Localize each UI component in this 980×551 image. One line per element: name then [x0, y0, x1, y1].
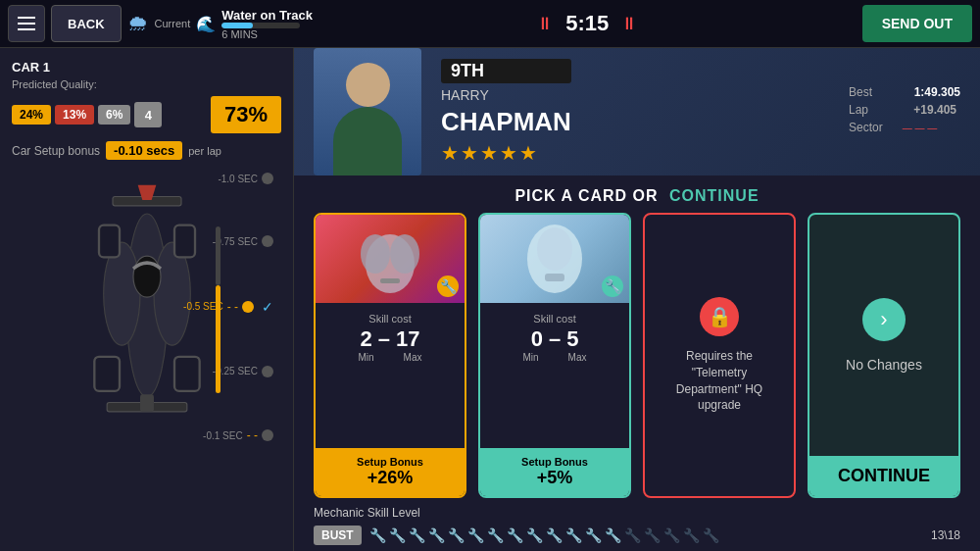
card-2-skill-label: Skill cost: [492, 313, 617, 325]
lap-value: +19.405: [888, 103, 956, 117]
card-1-skill-range: 2 – 17: [327, 326, 453, 352]
stat-num-4: 4: [134, 102, 162, 127]
slider-label-5: -0.1 SEC: [203, 430, 243, 441]
card-2-tool-icon: 🔧: [602, 276, 623, 297]
slider-empty-bar: [216, 226, 220, 285]
driver-stats: Best 1:49.305 Lap +19.405 Sector — — —: [849, 85, 960, 138]
wrench-icon-5: 🔧: [448, 527, 465, 543]
card-1-footer-value: +26%: [323, 468, 457, 488]
card-2-skill-range: 0 – 5: [492, 326, 617, 352]
pick-card-header: PICK A CARD OR CONTINUE: [294, 175, 980, 213]
card-2[interactable]: 🔧 Skill cost 0 – 5 Min Max Setup Bonus: [478, 213, 631, 498]
wrench-icon-3: 🔧: [409, 527, 425, 543]
card-1-skill-label: Skill cost: [327, 313, 453, 325]
checkmark-icon: ✓: [262, 299, 273, 315]
card-2-body: Skill cost 0 – 5 Min Max: [480, 303, 629, 448]
left-panel: CAR 1 Predicted Quality: 24% 13% 6% 4 73…: [0, 48, 294, 551]
slider-row-3[interactable]: -0.5 SEC - - ✓: [183, 299, 273, 315]
track-name: Water on Track: [221, 8, 313, 23]
driver-photo: [314, 48, 421, 175]
card-2-max-label: Max: [568, 352, 587, 363]
card-1-dash: –: [378, 326, 390, 352]
driver-position: 9TH: [441, 59, 571, 83]
svg-rect-10: [140, 394, 154, 411]
card-1[interactable]: 🔧 Skill cost 2 – 17 Min Max Setup Bonus: [314, 213, 466, 498]
slider-dashes-5: - -: [247, 428, 258, 442]
setup-bonus-value: -0.10 secs: [106, 141, 182, 160]
car-title: CAR 1: [12, 60, 281, 75]
wrench-icon-13: 🔧: [605, 527, 621, 543]
card-1-footer: Setup Bonus +26%: [316, 448, 465, 496]
card-1-art: [351, 220, 429, 298]
slider-row-2[interactable]: -0.75 SEC: [183, 235, 273, 247]
slider-dot-4: [262, 366, 273, 377]
wrench-icon-18: 🔧: [703, 527, 719, 543]
predicted-quality-label: Predicted Quality:: [12, 78, 281, 90]
back-button[interactable]: BACK: [51, 5, 122, 42]
no-changes-text: No Changes: [846, 357, 922, 373]
card-1-min: 2: [361, 326, 372, 352]
sector-label: Sector: [849, 121, 883, 134]
wrench-icon-2: 🔧: [389, 527, 406, 543]
timer-display: 5:15: [565, 11, 609, 36]
pick-card-text: PICK A CARD OR: [514, 187, 658, 204]
card-2-min-max: Min Max: [492, 352, 617, 363]
car-image-area: -1.0 SEC -0.75 SEC -0.5 SEC - - ✓ -0.25 …: [12, 168, 281, 442]
wrench-count: 13\18: [931, 528, 960, 542]
driver-header: 9TH HARRY CHAPMAN ★★★★★ Best 1:49.305 La…: [294, 48, 980, 175]
per-lap-label: per lap: [188, 145, 221, 157]
lock-icon: 🔒: [700, 297, 739, 336]
card-2-image: 🔧: [480, 215, 629, 303]
card-4[interactable]: › No Changes CONTINUE: [808, 213, 960, 498]
stat-badge-1: 24%: [12, 105, 51, 125]
wrench-icon-9: 🔧: [526, 527, 543, 543]
timer-section: ⏸ 5:15 ⏸: [318, 11, 857, 36]
driver-stars: ★★★★★: [441, 141, 571, 165]
slider-label-1: -1.0 SEC: [218, 174, 258, 184]
wrench-icon-6: 🔧: [467, 527, 484, 543]
send-out-button[interactable]: SEND OUT: [862, 5, 972, 42]
stat-badge-3: 6%: [98, 105, 130, 125]
slider-dashes: - -: [227, 300, 238, 314]
mechanic-label: Mechanic Skill Level: [314, 506, 960, 520]
card-3-locked: 🔒 Requires the "Telemetry Department" HQ…: [645, 215, 794, 496]
driver-firstname: HARRY: [441, 87, 571, 103]
setup-bonus-label: Car Setup bonus: [12, 144, 100, 158]
slider-dot-3: [242, 301, 254, 313]
pause-icon-right[interactable]: ⏸: [620, 14, 638, 34]
pause-icon-left[interactable]: ⏸: [536, 14, 554, 34]
card-1-max: 17: [396, 326, 419, 352]
slider-container: -1.0 SEC -0.75 SEC -0.5 SEC - - ✓ -0.25 …: [183, 173, 273, 442]
svg-rect-5: [99, 225, 120, 257]
lap-label: Lap: [849, 103, 868, 117]
quality-row: 24% 13% 6% 4 73%: [12, 96, 281, 133]
driver-info: 9TH HARRY CHAPMAN ★★★★★: [441, 59, 571, 165]
mechanic-bar: BUST 🔧🔧🔧🔧🔧🔧🔧🔧🔧🔧🔧🔧🔧🔧🔧🔧🔧🔧 13\18: [314, 526, 960, 545]
sector-value: — — —: [903, 123, 938, 133]
slider-row-5[interactable]: -0.1 SEC - -: [183, 428, 273, 442]
card-1-max-label: Max: [404, 352, 422, 363]
cards-row: 🔧 Skill cost 2 – 17 Min Max Setup Bonus: [294, 213, 980, 498]
svg-point-13: [361, 234, 390, 274]
wrench-icon-16: 🔧: [663, 527, 680, 543]
quality-main: 73%: [211, 96, 281, 133]
svg-rect-7: [94, 356, 120, 390]
slider-row-1[interactable]: -1.0 SEC: [183, 173, 273, 184]
card-2-min: 0: [531, 326, 543, 352]
wrench-icon-14: 🔧: [624, 527, 641, 543]
hamburger-icon: [18, 17, 35, 30]
continue-button[interactable]: CONTINUE: [809, 456, 958, 496]
slider-dot-5: [262, 429, 273, 441]
continue-highlight: CONTINUE: [669, 187, 760, 204]
track-mins: 6 MINS: [221, 28, 313, 40]
best-label: Best: [849, 85, 872, 99]
wrench-icon-4: 🔧: [428, 527, 445, 543]
slider-fill-bar: [216, 285, 220, 393]
card-3: 🔒 Requires the "Telemetry Department" HQ…: [643, 213, 796, 498]
menu-button[interactable]: [8, 5, 45, 42]
stat-badge-2: 13%: [55, 105, 94, 125]
slider-dot-1: [262, 173, 273, 184]
card-2-min-label: Min: [522, 352, 538, 363]
bust-badge: BUST: [314, 526, 362, 545]
slider-row-4[interactable]: -0.25 SEC: [183, 366, 273, 377]
